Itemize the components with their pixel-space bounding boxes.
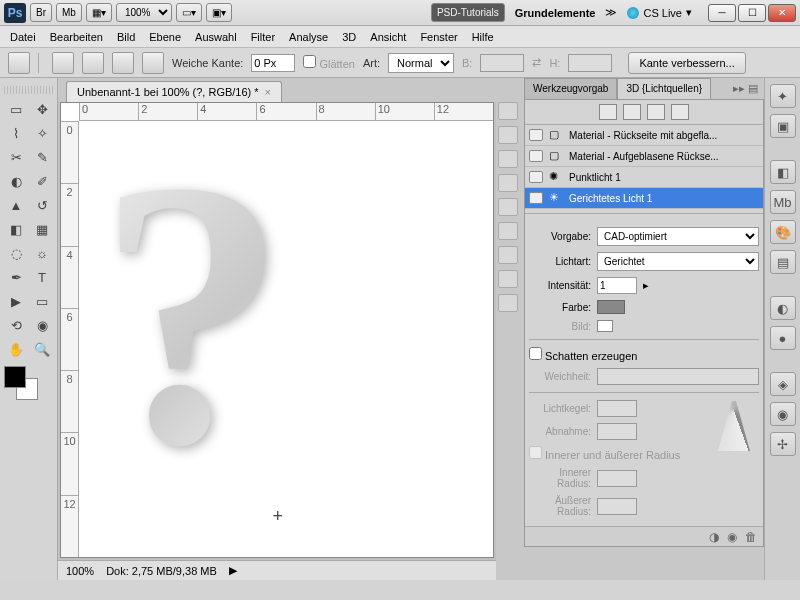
- marquee-sub-icon[interactable]: [112, 52, 134, 74]
- hand-tool-icon[interactable]: ✋: [4, 338, 28, 360]
- toolbox-grip[interactable]: [4, 86, 53, 94]
- menu-fenster[interactable]: Fenster: [420, 31, 457, 43]
- filter-material-icon[interactable]: [647, 104, 665, 120]
- marquee-rect-icon[interactable]: [52, 52, 74, 74]
- document-tab[interactable]: Unbenannt-1 bei 100% (?, RGB/16) * ×: [66, 81, 282, 102]
- menu-analyse[interactable]: Analyse: [289, 31, 328, 43]
- window-close[interactable]: ✕: [768, 4, 796, 22]
- menu-ebene[interactable]: Ebene: [149, 31, 181, 43]
- 3d-panel-icon[interactable]: ▣: [770, 114, 796, 138]
- healing-brush-icon[interactable]: ◐: [4, 170, 28, 192]
- color-panel-icon[interactable]: ◧: [770, 160, 796, 184]
- menu-hilfe[interactable]: Hilfe: [472, 31, 494, 43]
- antialias-checkbox[interactable]: Glätten: [303, 55, 355, 70]
- minibridge-button[interactable]: Mb: [56, 3, 82, 22]
- list-item-selected[interactable]: ☀Gerichtetes Licht 1: [525, 188, 763, 209]
- dodge-tool-icon[interactable]: ☼: [30, 242, 54, 264]
- 3d-tool-4-icon[interactable]: [498, 174, 518, 192]
- history-brush-icon[interactable]: ↺: [30, 194, 54, 216]
- list-item[interactable]: ▢Material - Rückseite mit abgefla...: [525, 125, 763, 146]
- marquee-tool-icon[interactable]: ▭: [4, 98, 28, 120]
- adjustments-panel-icon[interactable]: ▤: [770, 250, 796, 274]
- marquee-intersect-icon[interactable]: [142, 52, 164, 74]
- 3d-question-mark-object[interactable]: ?: [97, 123, 457, 558]
- 3d-tool-5-icon[interactable]: [498, 198, 518, 216]
- tab-tool-presets[interactable]: Werkzeugvorgab: [524, 78, 617, 99]
- preset-select[interactable]: CAD-optimiert: [597, 227, 759, 246]
- paths-panel-icon[interactable]: ✢: [770, 432, 796, 456]
- 3d-tool-3-icon[interactable]: [498, 150, 518, 168]
- filter-light-icon[interactable]: [671, 104, 689, 120]
- current-tool-icon[interactable]: [8, 52, 30, 74]
- list-item[interactable]: ✺Punktlicht 1: [525, 167, 763, 188]
- filter-mesh-icon[interactable]: [623, 104, 641, 120]
- workspace-psd-tutorials[interactable]: PSD-Tutorials: [431, 3, 505, 22]
- 3d-camera-icon[interactable]: ◉: [30, 314, 54, 336]
- status-doc-info[interactable]: Dok: 2,75 MB/9,38 MB: [106, 565, 217, 577]
- path-select-icon[interactable]: ▶: [4, 290, 28, 312]
- document-canvas[interactable]: ? +: [79, 121, 493, 557]
- bridge-button[interactable]: Br: [30, 3, 52, 22]
- view-extras-button[interactable]: ▦▾: [86, 3, 112, 22]
- 3d-tool-8-icon[interactable]: [498, 270, 518, 288]
- panel-menu-icon[interactable]: ▸▸ ▤: [727, 78, 764, 99]
- eyedropper-icon[interactable]: ✎: [30, 146, 54, 168]
- style-select[interactable]: Normal: [388, 53, 454, 73]
- arrange-button[interactable]: ▭▾: [176, 3, 202, 22]
- filter-scene-icon[interactable]: [599, 104, 617, 120]
- type-tool-icon[interactable]: T: [30, 266, 54, 288]
- delete-light-icon[interactable]: 🗑: [745, 530, 757, 544]
- shape-tool-icon[interactable]: ▭: [30, 290, 54, 312]
- tools-panel-icon[interactable]: ✦: [770, 84, 796, 108]
- intensity-stepper-icon[interactable]: ▸: [643, 279, 649, 292]
- zoom-select[interactable]: 100%: [116, 3, 172, 22]
- menu-bild[interactable]: Bild: [117, 31, 135, 43]
- light-type-select[interactable]: Gerichtet: [597, 252, 759, 271]
- workspace-more[interactable]: ≫: [605, 6, 617, 19]
- list-item[interactable]: ▢Material - Aufgeblasene Rückse...: [525, 146, 763, 167]
- styles-panel-icon[interactable]: 🎨: [770, 220, 796, 244]
- pen-tool-icon[interactable]: ✒: [4, 266, 28, 288]
- intensity-input[interactable]: [597, 277, 637, 294]
- 3d-tool-6-icon[interactable]: [498, 222, 518, 240]
- layers-panel-icon[interactable]: ◈: [770, 372, 796, 396]
- menu-ansicht[interactable]: Ansicht: [370, 31, 406, 43]
- new-light-icon[interactable]: ◉: [727, 530, 737, 544]
- menu-filter[interactable]: Filter: [251, 31, 275, 43]
- screen-mode-button[interactable]: ▣▾: [206, 3, 232, 22]
- menu-datei[interactable]: Datei: [10, 31, 36, 43]
- refine-edge-button[interactable]: Kante verbessern...: [628, 52, 745, 74]
- feather-input[interactable]: [251, 54, 295, 72]
- menu-bearbeiten[interactable]: Bearbeiten: [50, 31, 103, 43]
- 3d-tool-2-icon[interactable]: [498, 126, 518, 144]
- marquee-add-icon[interactable]: [82, 52, 104, 74]
- window-maximize[interactable]: ☐: [738, 4, 766, 22]
- status-zoom[interactable]: 100%: [66, 565, 94, 577]
- magic-wand-icon[interactable]: ✧: [30, 122, 54, 144]
- move-tool-icon[interactable]: ✥: [30, 98, 54, 120]
- gradient-tool-icon[interactable]: ▦: [30, 218, 54, 240]
- menu-3d[interactable]: 3D: [342, 31, 356, 43]
- swatches-panel-icon[interactable]: Mb: [770, 190, 796, 214]
- crop-tool-icon[interactable]: ✂: [4, 146, 28, 168]
- visibility-toggle-icon[interactable]: [529, 171, 543, 183]
- brush-tool-icon[interactable]: ✐: [30, 170, 54, 192]
- visibility-toggle-icon[interactable]: [529, 129, 543, 141]
- 3d-tool-1-icon[interactable]: [498, 102, 518, 120]
- eraser-tool-icon[interactable]: ◧: [4, 218, 28, 240]
- visibility-toggle-icon[interactable]: [529, 150, 543, 162]
- menu-auswahl[interactable]: Auswahl: [195, 31, 237, 43]
- close-tab-icon[interactable]: ×: [265, 86, 271, 98]
- 3d-tool-7-icon[interactable]: [498, 246, 518, 264]
- tab-3d-lights[interactable]: 3D {Lichtquellen}: [617, 78, 711, 99]
- 3d-tool-9-icon[interactable]: [498, 294, 518, 312]
- foreground-color-swatch[interactable]: [4, 366, 26, 388]
- toggle-light-icon[interactable]: ◑: [709, 530, 719, 544]
- blur-tool-icon[interactable]: ◌: [4, 242, 28, 264]
- visibility-toggle-icon[interactable]: [529, 192, 543, 204]
- color-picker[interactable]: [4, 366, 44, 402]
- cs-live[interactable]: CS Live▾: [621, 6, 698, 19]
- workspace-grundelemente[interactable]: Grundelemente: [509, 7, 602, 19]
- shadow-checkbox[interactable]: Schatten erzeugen: [529, 347, 637, 362]
- sphere-panel-icon[interactable]: ●: [770, 326, 796, 350]
